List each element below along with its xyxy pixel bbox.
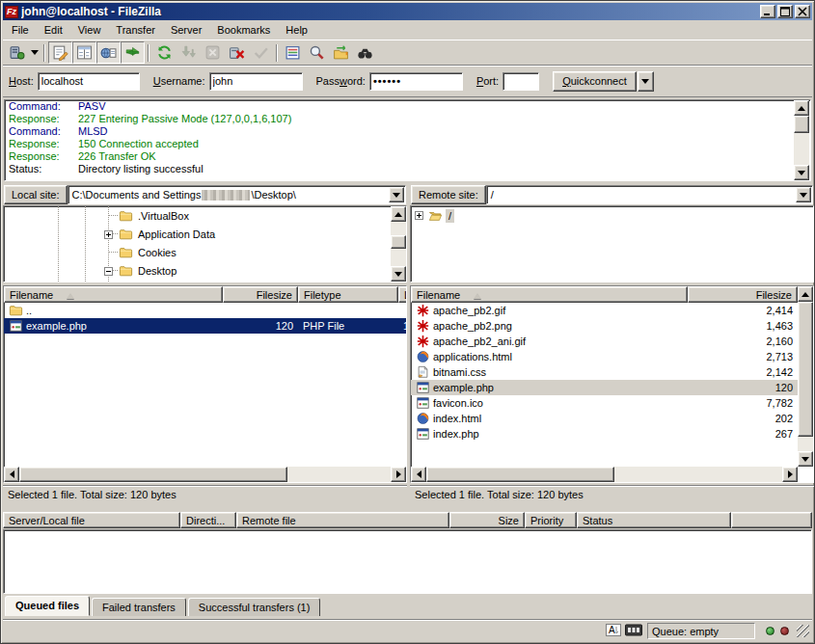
column-header-filesize[interactable]: Filesize — [688, 286, 798, 303]
file-row-example-php[interactable]: example.php120 — [411, 380, 813, 395]
file-row-apache-pb2-png[interactable]: apache_pb2.png1,463 — [411, 318, 813, 334]
username-input[interactable] — [209, 72, 303, 91]
queue-column-priority[interactable]: Priority — [525, 512, 577, 528]
minimize-button[interactable] — [760, 5, 775, 18]
maximize-button[interactable] — [777, 5, 793, 18]
speed-limits-button[interactable] — [625, 624, 642, 638]
toggle-transfer-queue-button[interactable] — [121, 41, 145, 64]
menu-bookmarks[interactable]: Bookmarks — [209, 21, 278, 39]
log-line: Response:227 Entering Passive Mode (127,… — [5, 113, 810, 125]
menu-view[interactable]: View — [70, 21, 109, 39]
queue-column-directi-[interactable]: Directi... — [180, 512, 236, 528]
directory-comparison-button[interactable] — [305, 41, 329, 64]
scroll-down-button[interactable] — [798, 451, 813, 467]
expander-plus-icon[interactable] — [104, 229, 113, 238]
file-row--[interactable]: .. — [4, 303, 406, 318]
column-header-filesize[interactable]: Filesize — [223, 286, 298, 303]
expander-minus-icon[interactable] — [104, 266, 113, 275]
password-input[interactable] — [369, 72, 463, 91]
disconnect-button[interactable] — [225, 41, 249, 64]
vertical-scrollbar[interactable] — [794, 100, 809, 180]
quickconnect-dropdown-button[interactable] — [638, 71, 654, 92]
queue-column-remote-file[interactable]: Remote file — [236, 512, 449, 528]
toggle-message-log-button[interactable] — [48, 41, 72, 64]
file-row-apache-pb2-gif[interactable]: apache_pb2.gif2,414 — [411, 303, 813, 318]
toggle-local-tree-button[interactable] — [72, 41, 96, 64]
scroll-up-button[interactable] — [798, 286, 813, 302]
tab-successful-transfers-1-[interactable]: Successful transfers (1) — [188, 598, 321, 616]
file-value: 2,160 — [766, 335, 793, 347]
scrollbar-thumb[interactable] — [426, 467, 614, 482]
scroll-right-button[interactable] — [782, 467, 798, 482]
site-manager-dropdown-button[interactable] — [29, 41, 41, 64]
tree-item-desktop[interactable]: Desktop — [4, 261, 406, 280]
scroll-right-button[interactable] — [391, 467, 406, 482]
column-header-filetype[interactable]: Filetype — [298, 286, 398, 303]
scroll-up-button[interactable] — [794, 100, 809, 116]
tree-item-label: .VirtualBox — [135, 209, 192, 223]
close-button[interactable] — [795, 5, 810, 18]
title-bar[interactable]: Fz john@localhost - FileZilla — [3, 3, 812, 20]
file-row-index-php[interactable]: index.php267 — [411, 426, 813, 442]
scrollbar-thumb[interactable] — [19, 467, 287, 482]
menu-server[interactable]: Server — [163, 21, 209, 39]
cancel-operation-button[interactable] — [201, 41, 225, 64]
menu-edit[interactable]: Edit — [37, 21, 70, 39]
tree-item-cookies[interactable]: Cookies — [4, 243, 406, 261]
file-row-applications-html[interactable]: applications.html2,713 — [411, 349, 813, 364]
tab-failed-transfers[interactable]: Failed transfers — [92, 598, 186, 616]
find-files-button[interactable] — [353, 41, 377, 64]
host-input[interactable] — [38, 72, 140, 91]
tree-item--virtualbox[interactable]: .VirtualBox — [4, 206, 406, 225]
log-line-text: MLSD — [78, 125, 108, 138]
vertical-scrollbar[interactable] — [798, 286, 813, 467]
reconnect-button[interactable] — [249, 41, 273, 64]
queue-column-blank[interactable] — [731, 512, 812, 528]
scroll-left-button[interactable] — [4, 467, 19, 482]
refresh-button[interactable] — [152, 41, 177, 64]
local-site-dropdown-button[interactable] — [389, 187, 404, 202]
ascii-data-type-button[interactable]: A — [606, 623, 621, 639]
local-site-combo[interactable]: C:\Documents and Settings\Desktop\ — [68, 185, 406, 204]
tree-item-application-data[interactable]: Application Data — [4, 225, 406, 243]
scrollbar-thumb[interactable] — [794, 116, 809, 133]
queue-column-status[interactable]: Status — [577, 512, 731, 528]
menu-file[interactable]: File — [4, 21, 37, 39]
directory-listing-filters-button[interactable] — [281, 41, 305, 64]
file-cell: 1 — [398, 320, 407, 332]
process-queue-button[interactable] — [177, 41, 201, 64]
file-row-apache-pb2-ani-gif[interactable]: apache_pb2_ani.gif2,160 — [411, 334, 813, 349]
scroll-down-button[interactable] — [794, 165, 809, 180]
file-row-index-html[interactable]: index.html202 — [411, 411, 813, 426]
scroll-up-button[interactable] — [391, 206, 406, 222]
queue-column-size[interactable]: Size — [449, 512, 525, 528]
scrollbar-thumb[interactable] — [391, 235, 406, 249]
column-header-last-modified[interactable]: Last modified — [398, 286, 407, 303]
column-header-filename[interactable]: Filename — [4, 286, 223, 303]
file-row-favicon-ico[interactable]: favicon.ico7,782 — [411, 395, 813, 411]
scrollbar-thumb[interactable] — [798, 302, 813, 437]
menu-help[interactable]: Help — [278, 21, 315, 39]
tab-queued-files[interactable]: Queued files — [5, 596, 90, 616]
quickconnect-button[interactable]: Quickconnect — [553, 71, 637, 92]
horizontal-scrollbar[interactable] — [4, 467, 406, 482]
remote-site-combo[interactable]: / — [486, 185, 813, 204]
expander-plus-icon[interactable] — [415, 210, 423, 222]
column-header-filename[interactable]: Filename — [411, 286, 688, 303]
remote-site-dropdown-button[interactable] — [796, 187, 811, 202]
menu-transfer[interactable]: Transfer — [108, 21, 163, 39]
tree-item-root[interactable]: / — [411, 206, 813, 225]
file-cell: 2,713 — [688, 351, 798, 362]
scroll-down-button[interactable] — [391, 266, 406, 282]
port-input[interactable] — [503, 72, 539, 91]
file-row-bitnami-css[interactable]: bitnami.css2,142 — [411, 364, 813, 380]
toggle-remote-tree-button[interactable] — [96, 41, 121, 64]
synchronized-browsing-button[interactable] — [329, 41, 353, 64]
site-manager-button[interactable] — [5, 41, 29, 64]
scroll-left-button[interactable] — [411, 467, 426, 482]
horizontal-scrollbar[interactable] — [411, 467, 798, 482]
file-row-example-php[interactable]: example.php120PHP File1 — [4, 318, 406, 334]
resize-grip-icon[interactable] — [797, 625, 809, 637]
vertical-scrollbar[interactable] — [391, 206, 406, 282]
queue-column-server-local-file[interactable]: Server/Local file — [3, 512, 180, 528]
